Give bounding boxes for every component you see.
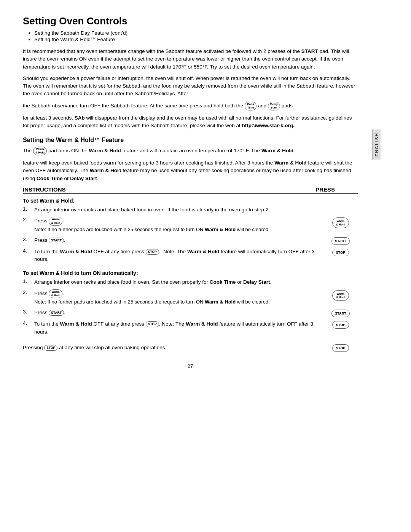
press-label: PRESS bbox=[315, 186, 335, 193]
stop-btn-2: STOP bbox=[146, 321, 159, 327]
set2-step-4: 4. To turn the Warm & Hold OFF at any ti… bbox=[23, 320, 358, 336]
sabbath-paragraph-2: for at least 3 seconds. SAb will disappe… bbox=[23, 114, 358, 130]
set2-step-1: 1. Arrange interior oven racks and place… bbox=[23, 278, 358, 286]
set1-step-3: 3. Press START. START bbox=[23, 236, 358, 245]
bullet-item-2: Setting the Warm & Hold™ Feature bbox=[34, 37, 358, 42]
step-content: Arrange interior oven racks and place ba… bbox=[34, 206, 323, 214]
press-warm-hold-icon-2: Warm& Hold bbox=[332, 290, 349, 301]
step-content: Press Warm& Hold. Note: If no further pa… bbox=[34, 289, 323, 306]
page-content: Setting Oven Controls Setting the Sabbat… bbox=[0, 0, 381, 392]
press-icon-col-start-2: START bbox=[323, 309, 358, 317]
intro-paragraph-2: Should you experience a power failure or… bbox=[23, 75, 358, 98]
set1-step-4: 4. To turn the Warm & Hold OFF at any ti… bbox=[23, 248, 358, 264]
step-number: 4. bbox=[23, 320, 34, 326]
stop-btn-inline: STOP bbox=[44, 345, 57, 351]
press-icon-col-stop-2: STOP bbox=[323, 320, 358, 329]
press-start-icon: START bbox=[331, 237, 349, 245]
pressing-stop-content: Pressing STOP at any time will stop all … bbox=[23, 344, 323, 351]
page-number: 27 bbox=[23, 363, 358, 369]
press-warm-hold-icon: Warm& Hold bbox=[332, 217, 349, 228]
intro-paragraph-1: It is recommended that any oven temperat… bbox=[23, 48, 358, 71]
start-btn-2: START bbox=[49, 310, 64, 316]
cook-time-button-inline: CookTime bbox=[245, 102, 256, 111]
page-title: Setting Oven Controls bbox=[23, 15, 358, 27]
sabbath-inline-paragraph: the Sabbath observance turn OFF the Sabb… bbox=[23, 102, 358, 111]
set1-step-1: 1. Arrange interior oven racks and place… bbox=[23, 206, 358, 214]
press-icon-col-stop-3: STOP bbox=[323, 343, 358, 352]
set2-step-2: 2. Press Warm& Hold. Note: If no further… bbox=[23, 289, 358, 306]
step-number: 1. bbox=[23, 206, 34, 212]
instructions-press-header: INSTRUCTIONS PRESS bbox=[23, 186, 358, 194]
step-number: 3. bbox=[23, 236, 34, 242]
warm-hold-intro-icon: Warm& Hold bbox=[33, 147, 47, 156]
warm-hold-btn: Warm& Hold bbox=[49, 217, 62, 226]
warm-hold-intro-2: feature will keep oven baked foods warm … bbox=[23, 159, 358, 182]
press-start-icon-2: START bbox=[331, 310, 349, 317]
step-number: 2. bbox=[23, 217, 34, 222]
step-number: 4. bbox=[23, 248, 34, 254]
warm-hold-btn: Warm& Hold bbox=[49, 289, 62, 299]
bullet-list: Setting the Sabbath Day Feature (cont'd)… bbox=[34, 30, 358, 42]
side-tab-text: ENGLISH bbox=[374, 133, 379, 157]
step-number: 3. bbox=[23, 309, 34, 315]
set1-step-2: 2. Press Warm& Hold. Note: If no further… bbox=[23, 217, 358, 233]
delay-start-button-inline: DelayStart bbox=[268, 102, 280, 111]
press-stop-icon: STOP bbox=[332, 249, 349, 256]
set2-title: To set Warm & Hold to turn ON automatica… bbox=[23, 270, 358, 276]
instructions-label: INSTRUCTIONS bbox=[23, 186, 66, 193]
warm-hold-intro: The Warm& Hold pad turns ON the Warm & H… bbox=[23, 147, 358, 156]
press-icon-col-start: START bbox=[323, 236, 358, 245]
press-icon-col-warm-hold-2: Warm& Hold bbox=[323, 289, 358, 301]
warm-hold-section-title: Setting the Warm & Hold™ Feature bbox=[23, 137, 358, 144]
step-content: To turn the Warm & Hold OFF at any time … bbox=[34, 248, 323, 264]
press-icon-col-stop: STOP bbox=[323, 248, 358, 256]
press-icon-col-warm-hold: Warm& Hold bbox=[323, 217, 358, 228]
press-icon-col bbox=[323, 278, 358, 279]
step-content: Press Warm& Hold. Note: If no further pa… bbox=[34, 217, 323, 233]
press-stop-icon-2: STOP bbox=[332, 321, 349, 329]
pressing-stop-label: Pressing bbox=[23, 345, 44, 350]
step-content: To turn the Warm & Hold OFF at any time … bbox=[34, 320, 323, 336]
press-icon-col bbox=[323, 206, 358, 207]
set1-title: To set Warm & Hold: bbox=[23, 198, 358, 204]
pressing-stop-row: Pressing STOP at any time will stop all … bbox=[23, 343, 358, 352]
step-number: 1. bbox=[23, 278, 34, 284]
stop-btn: STOP bbox=[146, 249, 159, 255]
step-number: 2. bbox=[23, 289, 34, 295]
press-stop-icon-3: STOP bbox=[332, 344, 349, 352]
start-btn: START bbox=[49, 238, 64, 243]
set2-step-3: 3. Press START. START bbox=[23, 309, 358, 317]
step-content: Press START. bbox=[34, 309, 323, 316]
side-tab: ENGLISH bbox=[372, 129, 381, 160]
pressing-stop-suffix: at any time will stop all oven baking op… bbox=[57, 345, 166, 350]
step-content: Arrange interior oven racks and place fo… bbox=[34, 278, 323, 286]
bullet-item-1: Setting the Sabbath Day Feature (cont'd) bbox=[34, 30, 358, 36]
step-content: Press START. bbox=[34, 236, 323, 244]
